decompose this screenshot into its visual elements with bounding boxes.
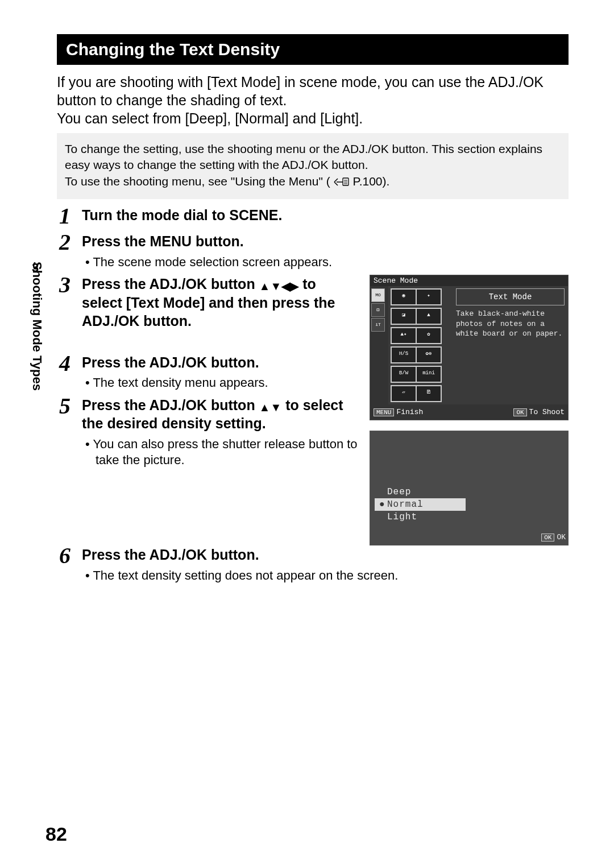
density-option-light: Light	[375, 511, 466, 523]
footer-right: OKTo Shoot	[513, 408, 565, 416]
step-heading-a: Press the ADJ./OK button	[82, 276, 259, 292]
scene-highsens-icon: H/S	[391, 346, 417, 363]
screen-title: Scene Mode	[370, 275, 568, 286]
step-heading-a: Press the ADJ./OK button	[82, 397, 259, 413]
density-option-normal: ●Normal	[375, 498, 466, 511]
ok-action-label: OK	[557, 533, 566, 542]
note-box: To change the setting, use the shooting …	[57, 133, 569, 199]
option-label: Normal	[387, 499, 424, 510]
step-sub: The text density setting does not appear…	[96, 568, 569, 584]
scene-zoommacro-icon: ✿⊕	[416, 346, 442, 363]
density-option-deep: Deep	[375, 486, 466, 498]
dpad-up-down-left-right-icon: ▲▼◀▶	[259, 280, 299, 292]
sidebar-chapter-title: Shooting Mode Types	[30, 262, 44, 391]
step-1: 1 Turn the mode dial to SCENE.	[59, 206, 569, 228]
scene-grid: ◉ ✦ ◪ ▲ ▲✦ ✿ H/S ✿⊕ B/W mini ▱ 🖹	[388, 286, 453, 404]
step-5: 5 Press the ADJ./OK button ▲▼ to select …	[59, 396, 359, 469]
section-heading: Changing the Text Density	[57, 34, 569, 65]
steps-list: 1 Turn the mode dial to SCENE. 2 Press t…	[59, 206, 569, 584]
manual-page: 3 Shooting Mode Types Changing the Text …	[0, 0, 614, 868]
scene-nightlandscape-icon: ▲✦	[391, 327, 417, 344]
intro-line-2: You can select from [Deep], [Normal] and…	[57, 110, 363, 126]
intro-line-1: If you are shooting with [Text Mode] in …	[57, 74, 544, 108]
scene-mini-icon: mini	[416, 366, 442, 383]
step-heading: Press the ADJ./OK button ▲▼ to select th…	[82, 396, 359, 433]
screenshot-scene-mode: Scene Mode MODE ◘ iT ◉ ✦ ◪ ▲ ▲✦	[370, 275, 569, 420]
ok-button-label: OK	[513, 408, 526, 416]
scene-info-desc: Take black-and-white photos of notes on …	[456, 309, 565, 339]
step-4: 4 Press the ADJ./OK button. The text den…	[59, 353, 359, 391]
page-number: 82	[45, 823, 67, 845]
step-number: 3	[59, 274, 82, 296]
scene-bw-icon: B/W	[391, 366, 417, 383]
step-3: 3 Press the ADJ./OK button ▲▼◀▶ to selec…	[59, 275, 359, 330]
step-heading: Press the ADJ./OK button.	[82, 545, 569, 564]
scene-portrait-icon: ◉	[391, 288, 417, 305]
scene-sports-icon: ✦	[416, 288, 442, 305]
ok-action-label: To Shoot	[529, 408, 565, 416]
step-number: 6	[59, 544, 82, 567]
scene-info-title: Text Mode	[456, 288, 565, 305]
intro-text: If you are shooting with [Text Mode] in …	[57, 73, 569, 127]
ok-button-label: OK	[541, 534, 554, 542]
step-heading: Press the MENU button.	[82, 232, 569, 251]
page-ref-icon	[334, 175, 350, 191]
menu-action-label: Finish	[396, 408, 423, 416]
footer-right: OKOK	[541, 533, 566, 542]
step-6: 6 Press the ADJ./OK button. The text den…	[59, 545, 569, 584]
note-line-1: To change the setting, use the shooting …	[65, 142, 542, 171]
step-number: 5	[59, 395, 82, 418]
scene-night-icon: ◪	[391, 308, 417, 325]
dpad-up-down-icon: ▲▼	[259, 402, 282, 413]
step-number: 2	[59, 231, 82, 254]
scene-landscape-icon: ▲	[416, 308, 442, 325]
note-line-2b: P.100).	[352, 175, 389, 188]
screen-tabs: MODE ◘ iT	[370, 286, 388, 404]
tab-mode: MODE	[371, 288, 385, 302]
selected-dot-icon: ●	[379, 499, 385, 510]
step-number: 1	[59, 205, 82, 228]
tab-setup-icon: iT	[371, 318, 385, 332]
scene-skew-icon: ▱	[391, 385, 417, 402]
footer-left: MENUFinish	[374, 408, 423, 416]
step-heading: Press the ADJ./OK button ▲▼◀▶ to select …	[82, 275, 359, 330]
menu-button-label: MENU	[374, 408, 394, 416]
step-2: 2 Press the MENU button. The scene mode …	[59, 232, 569, 270]
screenshot-density-menu: Deep ●Normal Light OKOK	[370, 431, 569, 545]
step-sub: You can also press the shutter release b…	[96, 436, 359, 469]
tab-camera-icon: ◘	[371, 303, 385, 317]
step-sub: The text density menu appears.	[96, 375, 359, 391]
scene-text-icon: 🖹	[416, 385, 442, 402]
step-sub: The scene mode selection screen appears.	[96, 254, 569, 271]
scene-macro-icon: ✿	[416, 327, 442, 344]
step-heading: Press the ADJ./OK button.	[82, 353, 359, 372]
step-heading: Turn the mode dial to SCENE.	[82, 206, 569, 225]
note-line-2a: To use the shooting menu, see "Using the…	[65, 175, 330, 188]
density-menu: Deep ●Normal Light	[375, 486, 466, 523]
step-number: 4	[59, 352, 82, 375]
